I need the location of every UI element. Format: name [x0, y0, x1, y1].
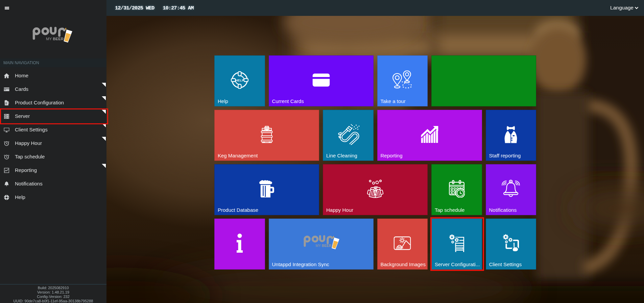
svg-text:HELP: HELP	[235, 79, 244, 82]
